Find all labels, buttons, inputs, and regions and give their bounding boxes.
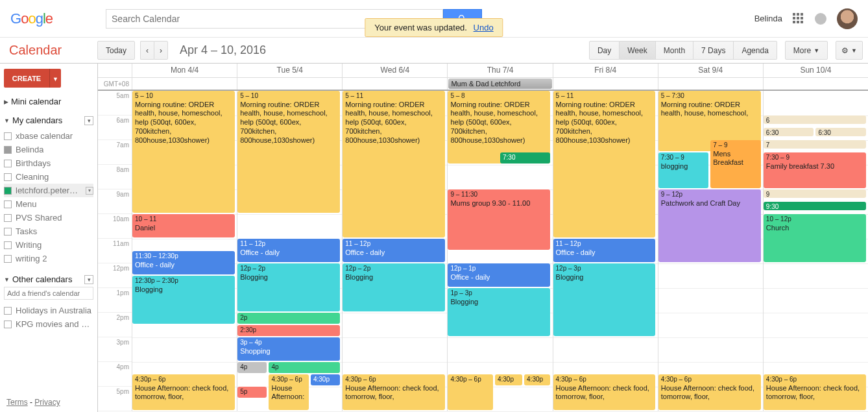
calendar-event[interactable]: 4:30p – 6p [448,374,492,410]
calendar-item-menu[interactable]: ▾ [86,187,93,195]
calendar-event[interactable]: 4:30p – 6pHouse Afternoon: check food, t… [764,374,866,410]
calendar-event[interactable]: 10 – 11Daniel [132,214,235,237]
add-friend-input[interactable] [4,287,93,300]
my-calendars-menu[interactable]: ▾ [84,116,93,125]
day-header[interactable]: Wed 6/4 [342,64,447,77]
calendar-item[interactable]: Cleaning [4,170,93,184]
calendar-item[interactable]: Tasks [4,224,93,238]
calendar-event[interactable]: 5 – 10Morning routine: ORDER health, hou… [132,91,235,213]
day-column[interactable]: 5 – 8Morning routine: ORDER health, hous… [447,91,552,411]
day-header[interactable]: Fri 8/4 [553,64,658,77]
calendar-event[interactable]: 3p – 4pShopping [237,337,340,361]
calendar-event[interactable]: 6:30start coo [764,128,814,136]
other-calendars-toggle[interactable]: ▼Other calendars▾ [4,274,93,284]
calendar-item[interactable]: Birthdays [4,156,93,170]
day-column[interactable]: 5 – 10Morning routine: ORDER health, hou… [132,91,237,411]
calendar-event[interactable]: 6:30wake ev [815,128,865,136]
calendar-event[interactable]: 4:30pm [524,374,550,385]
calendar-event[interactable]: 11:30 – 12:30pOffice - daily [132,251,235,274]
day-column[interactable]: 5 – 7:30Morning routine: ORDER health, h… [658,91,763,411]
calendar-event[interactable]: 7:30 – 9blogging [658,152,708,188]
allday-cell[interactable] [237,78,342,90]
calendar-event[interactable]: 11 – 12pOffice - daily [237,239,340,262]
calendar-item[interactable]: PVS Shared [4,211,93,224]
calendar-item[interactable]: Belinda [4,143,93,156]
calendar-event[interactable]: 9:30Travel [764,202,866,210]
calendar-event[interactable]: 4:30p – 6pHouse Afternoon: check food, t… [343,374,445,410]
calendar-event[interactable]: 12p – 3pBlogging [553,263,656,336]
terms-link[interactable]: Terms [6,398,28,407]
username[interactable]: Belinda [754,14,782,23]
day-header[interactable]: Mon 4/4 [132,64,237,77]
allday-cell[interactable] [763,78,868,90]
calendar-event[interactable]: 9Get ready [764,189,866,198]
calendar-item[interactable]: Menu [4,197,93,211]
calendar-event[interactable]: 5 – 11Morning routine: ORDER health, hou… [553,91,656,237]
day-header[interactable]: Tue 5/4 [237,64,342,77]
day-column[interactable]: 5 – 11Morning routine: ORDER health, hou… [342,91,447,411]
view-week[interactable]: Week [620,41,655,60]
calendar-event[interactable]: 5 – 10Morning routine: ORDER health, hou… [237,91,340,213]
today-button[interactable]: Today [97,41,135,60]
calendar-event[interactable]: 5 – 11Morning routine: ORDER health, hou… [343,91,445,237]
privacy-link[interactable]: Privacy [34,398,60,407]
view-agenda[interactable]: Agenda [734,41,777,60]
view-month[interactable]: Month [656,41,693,60]
allday-cell[interactable]: Mum & Dad Letchford [447,78,552,90]
calendar-item[interactable]: KPG movies and events [4,317,93,331]
create-dropdown[interactable]: ▼ [49,69,61,88]
calendar-item[interactable]: Writing [4,238,93,252]
calendar-item[interactable]: xbase calendar [4,129,93,143]
day-header[interactable]: Sat 9/4 [658,64,763,77]
calendar-event[interactable]: 4:30p – 6pHouse Afternoon: check food, t… [658,374,761,410]
calendar-item[interactable]: writing 2 [4,252,93,265]
calendar-event[interactable]: 4:30pD [495,374,522,385]
day-header[interactable]: Sun 10/4 [763,64,868,77]
undo-link[interactable]: Undo [474,23,494,32]
calendar-event[interactable]: 4:30p – 6pHouse Afternoon: check food, t… [132,374,235,410]
allday-cell[interactable] [132,78,237,90]
calendar-event[interactable]: 4pDM Dinne [237,362,267,373]
avatar[interactable] [837,8,858,29]
calendar-event[interactable]: 2:30pfrauke [237,325,340,336]
notifications-icon[interactable] [815,13,826,25]
calendar-event[interactable]: 1p – 3pBlogging [448,288,550,336]
day-column[interactable]: 6Shower b4 everyone wak6:30start coo6:30… [763,91,868,411]
view-7days[interactable]: 7 Days [693,41,734,60]
next-button[interactable]: › [154,41,168,60]
allday-event[interactable]: Mum & Dad Letchford [448,79,551,89]
google-logo[interactable]: Google [10,10,53,27]
allday-cell[interactable] [342,78,447,90]
calendar-event[interactable]: 9 – 12pPatchwork and Craft Day [658,189,761,262]
calendar-event[interactable]: 7:30Town Di [500,152,550,164]
calendar-item[interactable]: Holidays in Australia [4,304,93,317]
calendar-event[interactable]: 10 – 12pChurch [764,214,866,262]
my-calendars-toggle[interactable]: ▼My calendars▾ [4,115,93,125]
calendar-event[interactable]: 11 – 12pOffice - daily [553,239,656,262]
calendar-event[interactable]: 4:30p – 6pHouse Afternoon: [269,374,308,410]
allday-cell[interactable] [658,78,763,90]
calendar-event[interactable]: 4:30pUk [311,374,340,385]
day-header[interactable]: Thu 7/4 [447,64,552,77]
calendar-event[interactable]: 2pTown [237,313,340,324]
calendar-item[interactable]: letchford.peter@gma▾ [4,184,93,197]
calendar-event[interactable]: 12:30p – 2:30pBlogging [132,276,235,324]
calendar-event[interactable]: 4phome [269,362,340,373]
calendar-event[interactable]: 9 – 11:30Mums group 9.30 - 11.00 [448,189,550,250]
apps-icon[interactable] [793,13,804,25]
day-column[interactable]: 5 – 11Morning routine: ORDER health, hou… [553,91,658,411]
calendar-event[interactable]: 4:30p – 6pHouse Afternoon: check food, t… [553,374,656,410]
allday-cell[interactable] [553,78,658,90]
calendar-event[interactable]: 6Shower b4 everyone wak [764,115,866,124]
calendar-event[interactable]: 12p – 1pOffice - daily [448,263,550,287]
create-button[interactable]: CREATE [4,69,49,88]
calendar-event[interactable]: 5pkids [237,387,267,398]
calendar-event[interactable]: 7 – 9Mens Breakfast [710,140,760,188]
settings-button[interactable]: ⚙ ▼ [836,41,863,60]
mini-calendar-toggle[interactable]: ▶Mini calendar [4,97,93,106]
calendar-event[interactable]: 12p – 2pBlogging [343,263,445,311]
calendar-event[interactable]: 11 – 12pOffice - daily [343,239,445,262]
other-calendars-menu[interactable]: ▾ [84,275,93,284]
day-column[interactable]: 5 – 10Morning routine: ORDER health, hou… [237,91,342,411]
view-day[interactable]: Day [589,41,620,60]
